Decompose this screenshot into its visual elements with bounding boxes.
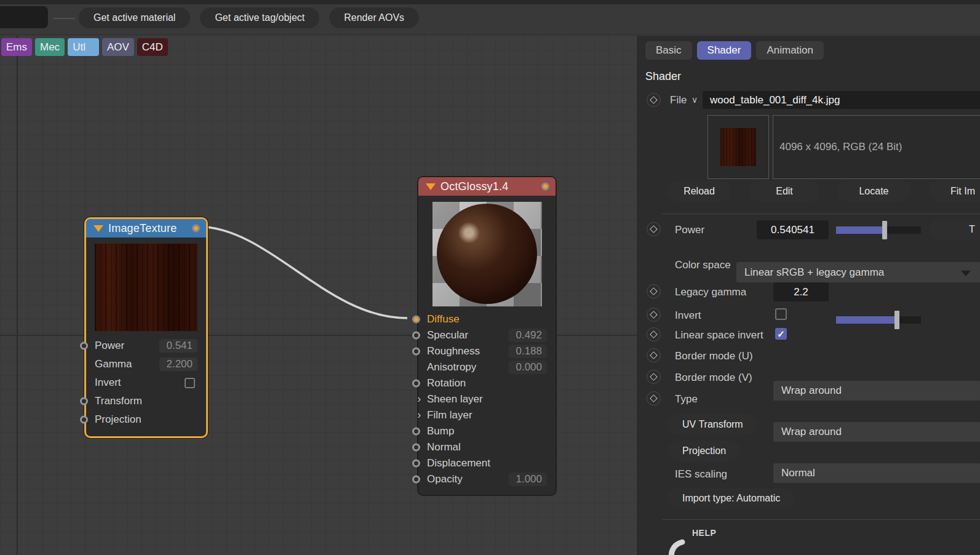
slider-handle[interactable] [894,311,899,329]
border-mode-u-dropdown[interactable]: Wrap around [773,381,980,401]
node-graph-canvas[interactable]: Ems Mec Utl AOV C4D ImageTexture Power 0… [0,36,637,555]
expand-chevron-icon[interactable]: › [417,392,421,405]
output-port[interactable] [192,225,200,233]
param-value[interactable]: 2.200 [159,357,197,371]
output-port[interactable] [541,183,549,191]
input-port[interactable] [80,342,88,350]
input-port[interactable] [412,332,420,340]
input-port-connected[interactable] [412,316,420,324]
section-divider [663,519,980,520]
anim-diamond-icon[interactable] [647,327,661,341]
linear-space-invert-checkbox[interactable]: ✓ [775,328,787,340]
param-row-rotation[interactable]: Rotation [427,375,547,391]
border-mode-v-dropdown[interactable]: Wrap around [773,422,980,442]
locate-button[interactable]: Locate [837,181,911,202]
texture-button[interactable]: T [929,219,980,240]
tab-animation[interactable]: Animation [756,41,824,60]
edit-button[interactable]: Edit [749,181,820,202]
tag-mec[interactable]: Mec [35,38,65,56]
param-row-bump[interactable]: Bump [427,423,547,439]
node-title: OctGlossy1.4 [440,180,508,193]
tag-ems[interactable]: Ems [1,38,32,56]
anim-diamond-icon[interactable] [647,284,661,298]
param-value[interactable]: 0.492 [509,329,547,342]
collapse-triangle-icon[interactable] [426,183,436,190]
legacy-gamma-slider[interactable] [836,316,921,324]
node-image-texture[interactable]: ImageTexture Power 0.541 Gamma 2.200 Inv… [84,217,208,438]
reload-button[interactable]: Reload [667,181,731,202]
param-row-diffuse[interactable]: Diffuse [427,311,547,327]
tab-shader[interactable]: Shader [697,41,752,60]
param-value[interactable]: 0.541 [159,339,197,353]
expand-chevron-icon[interactable]: › [417,408,421,421]
material-preview-slot[interactable] [0,6,48,28]
input-port[interactable] [412,460,420,468]
param-row-film-layer[interactable]: › Film layer [427,407,547,423]
tag-c4d[interactable]: C4D [137,38,168,56]
border-mode-u-label: Border mode (U) [675,350,753,362]
anim-diamond-icon[interactable] [647,93,661,107]
anim-diamond-icon[interactable] [647,308,661,322]
slider-handle[interactable] [882,221,887,239]
power-value-field[interactable]: 0.540541 [757,220,829,239]
param-label: Film layer [427,409,472,421]
collapse-triangle-icon[interactable] [94,225,103,232]
input-port[interactable] [412,476,420,484]
tag-utl[interactable]: Utl [68,38,99,56]
uv-transform-button[interactable]: UV Transform [667,414,758,435]
image-thumbnail-frame [707,115,769,179]
input-port[interactable] [412,380,420,388]
node-header[interactable]: ImageTexture [86,219,206,238]
type-dropdown[interactable]: Normal [773,463,980,483]
input-port[interactable] [412,348,420,356]
param-value[interactable]: 0.000 [509,361,547,374]
anim-diamond-icon[interactable] [647,391,661,405]
border-mode-u-value: Wrap around [781,385,842,397]
param-label: Sheen layer [427,393,483,405]
node-body: Diffuse Specular 0.492 Roughness 0.188 A… [418,196,556,495]
param-row-roughness[interactable]: Roughness 0.188 [427,343,547,359]
chevron-down-icon[interactable]: ∨ [691,95,698,105]
param-row-displacement[interactable]: Displacement [427,455,547,471]
param-value[interactable]: 1.000 [509,473,547,486]
tab-basic[interactable]: Basic [645,41,692,60]
input-port[interactable] [80,397,88,405]
node-header[interactable]: OctGlossy1.4 [418,177,556,196]
tag-aov[interactable]: AOV [102,38,134,56]
anim-diamond-icon[interactable] [647,222,661,236]
param-row-specular[interactable]: Specular 0.492 [427,327,547,343]
invert-checkbox[interactable] [185,378,195,388]
param-row-transform[interactable]: Transform [95,392,197,410]
input-port[interactable] [412,428,420,436]
param-row-invert[interactable]: Invert [95,373,197,392]
get-active-material-button[interactable]: Get active material [79,7,190,28]
anim-diamond-icon[interactable] [647,348,661,362]
param-row-normal[interactable]: Normal [427,439,547,455]
param-row-opacity[interactable]: Opacity 1.000 [427,471,547,487]
projection-button[interactable]: Projection [667,441,741,461]
input-port[interactable] [412,444,420,452]
ies-scaling-label: IES scaling [675,468,727,481]
render-aovs-button[interactable]: Render AOVs [329,7,419,28]
fit-image-button[interactable]: Fit Im [929,181,980,202]
param-row-projection[interactable]: Projection [95,410,197,429]
param-value[interactable]: 0.188 [509,345,547,358]
param-row-power[interactable]: Power 0.541 [95,337,197,355]
param-row-anisotropy[interactable]: Anisotropy 0.000 [427,359,547,375]
get-active-tag-object-button[interactable]: Get active tag/object [200,7,319,28]
anim-diamond-icon[interactable] [647,370,661,384]
input-port[interactable] [80,416,88,424]
border-mode-v-value: Wrap around [781,426,842,438]
node-glossy-material[interactable]: OctGlossy1.4 Diffuse Specular 0.492 [417,176,557,496]
import-type-button[interactable]: Import type: Automatic [667,488,795,509]
help-label: HELP [692,528,716,538]
param-row-sheen-layer[interactable]: › Sheen layer [427,391,547,407]
invert-checkbox[interactable] [775,308,787,320]
power-label: Power [675,224,704,236]
power-slider[interactable] [836,226,921,234]
param-label: Anisotropy [427,361,476,373]
legacy-gamma-value-field[interactable]: 2.2 [773,282,829,301]
param-row-gamma[interactable]: Gamma 2.200 [95,355,197,373]
file-path-field[interactable]: wood_table_001_diff_4k.jpg [703,91,980,109]
color-space-dropdown[interactable]: Linear sRGB + legacy gamma [736,262,980,282]
